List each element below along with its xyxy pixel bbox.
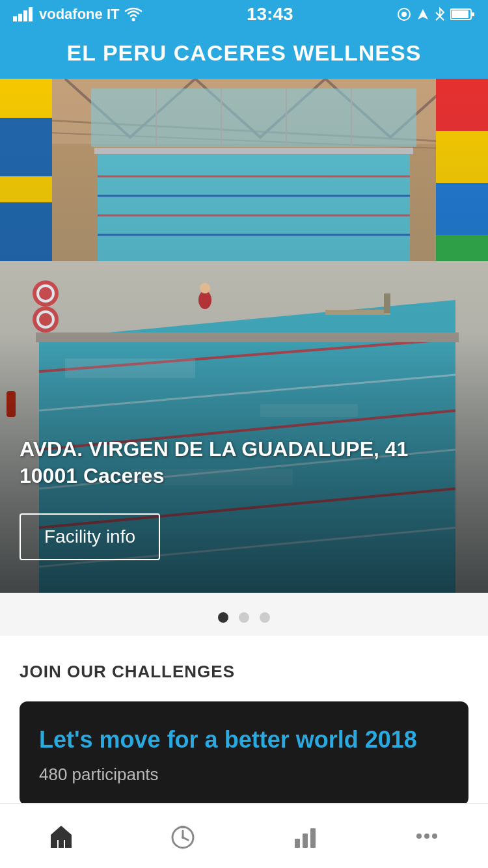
svg-rect-2 (23, 10, 27, 21)
nav-stats[interactable] (244, 804, 366, 868)
app-title: EL PERU CACERES WELLNESS (13, 40, 475, 66)
svg-point-66 (182, 836, 184, 839)
hero-overlay: AVDA. VIRGEN DE LA GUADALUPE, 41 10001 C… (0, 332, 488, 593)
svg-point-6 (401, 12, 407, 17)
more-icon (413, 822, 441, 850)
facility-info-button[interactable]: Facility info (20, 513, 160, 560)
hero-address: AVDA. VIRGEN DE LA GUADALUPE, 41 10001 C… (20, 436, 468, 490)
svg-marker-7 (418, 9, 428, 20)
status-time: 13:43 (247, 4, 293, 25)
navigation-icon (416, 8, 429, 21)
address-line2: 10001 Caceres (20, 463, 468, 490)
dot-3[interactable] (260, 612, 270, 623)
bluetooth-icon (435, 7, 445, 21)
status-right (397, 7, 475, 21)
dot-2[interactable] (239, 612, 249, 623)
home-icon (47, 822, 75, 850)
nav-more[interactable] (366, 804, 489, 868)
svg-point-72 (432, 834, 437, 839)
status-left: vodafone IT (13, 6, 142, 23)
svg-rect-10 (472, 12, 474, 16)
svg-rect-67 (295, 839, 300, 848)
challenge-title: Let's move for a better world 2018 (39, 725, 449, 755)
status-bar: vodafone IT 13:43 (0, 0, 488, 29)
wifi-icon (124, 7, 142, 21)
timer-icon (169, 822, 197, 850)
svg-point-70 (416, 834, 422, 839)
battery-icon (450, 8, 475, 21)
svg-rect-65 (180, 826, 185, 828)
svg-rect-69 (310, 828, 316, 848)
chart-icon (291, 822, 319, 850)
svg-rect-1 (18, 14, 22, 21)
hero-section: AVDA. VIRGEN DE LA GUADALUPE, 41 10001 C… (0, 79, 488, 593)
nav-timer[interactable] (122, 804, 245, 868)
challenges-section: JOIN OUR CHALLENGES Let's move for a bet… (0, 636, 488, 825)
signal-icon (13, 7, 34, 21)
svg-rect-68 (303, 834, 308, 848)
dot-1[interactable] (218, 612, 228, 623)
challenge-participants: 480 participants (39, 765, 449, 785)
svg-rect-0 (13, 16, 17, 21)
address-line1: AVDA. VIRGEN DE LA GUADALUPE, 41 (20, 436, 468, 463)
image-pagination (0, 593, 488, 636)
app-header: EL PERU CACERES WELLNESS (0, 29, 488, 79)
challenges-section-title: JOIN OUR CHALLENGES (20, 662, 468, 682)
svg-point-71 (424, 834, 429, 839)
carrier-label: vodafone IT (39, 6, 119, 23)
challenge-card[interactable]: Let's move for a better world 2018 480 p… (20, 701, 468, 806)
svg-rect-61 (59, 840, 64, 848)
svg-rect-9 (452, 10, 468, 18)
bottom-nav (0, 803, 488, 868)
svg-point-4 (132, 18, 135, 21)
location-icon (397, 7, 411, 21)
nav-home[interactable] (0, 804, 122, 868)
svg-rect-3 (29, 7, 33, 21)
